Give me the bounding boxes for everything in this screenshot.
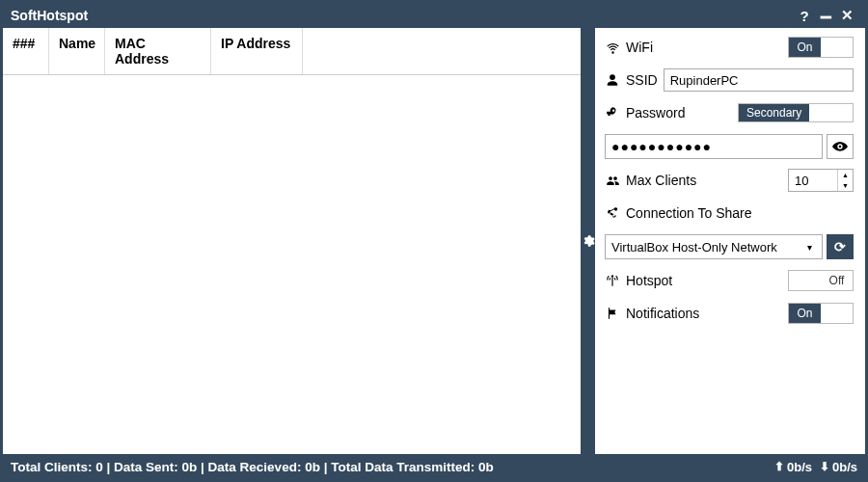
hotspot-label: Hotspot <box>626 273 672 288</box>
stepper-up[interactable]: ▲ <box>838 170 853 180</box>
notifications-toggle-on: On <box>789 304 821 323</box>
notifications-toggle[interactable]: On <box>788 303 854 324</box>
users-icon <box>605 173 620 188</box>
wifi-toggle-on: On <box>789 38 821 57</box>
share-icon <box>605 205 620 221</box>
antenna-icon <box>605 273 620 288</box>
refresh-icon: ⟳ <box>834 239 846 254</box>
key-icon <box>605 105 620 120</box>
max-clients-input[interactable] <box>789 170 837 191</box>
download-icon: ⬇ <box>820 460 829 473</box>
max-clients-stepper[interactable]: ▲ ▼ <box>788 169 854 192</box>
status-text: Total Clients: 0 | Data Sent: 0b | Data … <box>11 460 774 474</box>
connection-selected: VirtualBox Host-Only Network <box>611 240 802 254</box>
stepper-down[interactable]: ▼ <box>838 180 853 191</box>
hotspot-toggle[interactable]: Off <box>788 270 854 291</box>
col-index: ### <box>3 28 49 74</box>
titlebar: SoftHotspot ? ‒ ✕ <box>3 3 865 28</box>
user-icon <box>605 72 620 88</box>
wifi-toggle[interactable]: On <box>788 37 854 58</box>
max-clients-label: Max Clients <box>626 173 696 188</box>
notifications-label: Notifications <box>626 306 699 321</box>
toggle-password-visibility-button[interactable] <box>827 134 854 159</box>
wifi-label: WiFi <box>626 40 653 55</box>
hotspot-toggle-off: Off <box>821 271 853 290</box>
table-body <box>3 75 581 454</box>
connection-label: Connection To Share <box>626 205 752 221</box>
col-mac: MAC Address <box>105 28 211 74</box>
col-ip: IP Address <box>211 28 303 74</box>
settings-toggle-gutter[interactable] <box>582 28 595 454</box>
app-window: SoftHotspot ? ‒ ✕ ### Name MAC Address I… <box>0 0 868 482</box>
ssid-input[interactable] <box>664 68 854 92</box>
refresh-connections-button[interactable]: ⟳ <box>827 234 854 259</box>
password-input[interactable] <box>605 134 823 159</box>
settings-panel: WiFi On SSID Password <box>595 28 865 454</box>
chevron-down-icon: ▾ <box>802 242 816 253</box>
password-mode-badge: Secondary <box>739 104 809 121</box>
upload-speed: ⬆ 0b/s <box>774 460 812 474</box>
client-panel: ### Name MAC Address IP Address <box>3 28 582 454</box>
wifi-icon <box>605 40 620 55</box>
download-speed: ⬇ 0b/s <box>820 460 857 474</box>
flag-icon <box>605 306 620 321</box>
ssid-label: SSID <box>626 72 658 88</box>
connection-select[interactable]: VirtualBox Host-Only Network ▾ <box>605 234 823 259</box>
password-mode-box[interactable]: Secondary <box>738 103 854 122</box>
password-label: Password <box>626 105 685 120</box>
gear-icon <box>582 233 595 249</box>
statusbar: Total Clients: 0 | Data Sent: 0b | Data … <box>3 454 865 479</box>
main-body: ### Name MAC Address IP Address WiFi <box>3 28 865 454</box>
minimize-button[interactable]: ‒ <box>815 13 836 18</box>
help-button[interactable]: ? <box>794 8 815 24</box>
close-button[interactable]: ✕ <box>836 7 857 24</box>
eye-icon <box>832 139 848 154</box>
col-name: Name <box>49 28 105 74</box>
upload-icon: ⬆ <box>774 460 784 473</box>
table-header: ### Name MAC Address IP Address <box>3 28 581 75</box>
window-title: SoftHotspot <box>11 8 88 23</box>
